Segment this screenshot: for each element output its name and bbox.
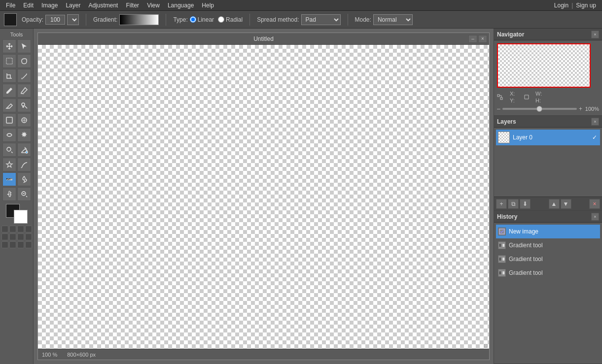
new-layer-button[interactable]: + (496, 199, 507, 209)
brush-preset-2[interactable] (9, 226, 16, 232)
login-link[interactable]: Login (554, 2, 568, 9)
brush-preset-5[interactable] (1, 233, 8, 240)
history-label-3: Gradient tool (509, 269, 543, 276)
menu-image[interactable]: Image (37, 1, 62, 10)
brush-preset-11[interactable] (17, 241, 24, 248)
smudge-tool[interactable] (17, 158, 31, 171)
canvas-dimensions: 800×600 px (67, 352, 96, 358)
toolbar-separator-2 (166, 14, 166, 26)
pan-tool[interactable] (2, 187, 16, 201)
menu-help[interactable]: Help (198, 1, 218, 10)
tool-row-10 (2, 172, 31, 186)
rect-select-tool[interactable] (2, 54, 16, 68)
brush-tool[interactable] (17, 84, 31, 98)
zoom2-tool[interactable] (17, 187, 31, 201)
move-tool[interactable] (2, 39, 16, 53)
duplicate-layer-button[interactable]: ⧉ (508, 199, 519, 209)
opacity-group: Opacity: ▾ (22, 14, 79, 25)
type-radio-group: Linear Radial (190, 16, 243, 23)
background-color[interactable] (14, 210, 28, 224)
history-item-1[interactable]: Gradient tool (496, 238, 600, 252)
signup-link[interactable]: Sign up (576, 2, 596, 9)
foreground-color-swatch[interactable] (4, 13, 17, 26)
layer-item-0[interactable]: Layer 0 ✓ (496, 130, 600, 145)
magic-wand-tool[interactable] (17, 128, 31, 142)
shape-tool[interactable] (2, 113, 16, 127)
pencil-tool[interactable] (2, 84, 16, 98)
svg-point-5 (7, 147, 11, 151)
nav-zoom-minus-icon[interactable]: – (497, 105, 500, 112)
history-item-2[interactable]: Gradient tool (496, 252, 600, 266)
auth-divider: | (571, 2, 573, 9)
type-radial-label[interactable]: Radial (218, 16, 243, 23)
move-layer-down-button[interactable]: ▼ (561, 199, 571, 209)
mode-select[interactable]: Normal Multiply Screen (373, 14, 413, 25)
shape2-tool[interactable] (17, 113, 31, 127)
brush-preset-8[interactable] (25, 233, 32, 240)
lasso-tool[interactable] (17, 54, 31, 68)
type-radial-radio[interactable] (218, 16, 224, 23)
type-label: Type: (173, 16, 187, 23)
eraser-tool[interactable] (2, 99, 16, 112)
clone-stamp-tool[interactable] (17, 99, 31, 112)
navigator-title: Navigator (497, 31, 524, 38)
type-linear-label[interactable]: Linear (190, 16, 214, 23)
zoom-tool[interactable] (2, 143, 16, 157)
layers-panel: Layers × Layer 0 ✓ + ⧉ ⬇ ▲ ▼ × (494, 116, 602, 211)
navigator-wh-icon (524, 94, 530, 100)
eyedropper-tool[interactable] (17, 69, 31, 83)
menu-edit[interactable]: Edit (19, 1, 37, 10)
type-radial-text: Radial (226, 16, 243, 23)
canvas-resize-handle[interactable]: ⊡ (482, 342, 489, 349)
canvas-content[interactable]: ⊡ (38, 45, 489, 349)
nav-wh-box: W: H: (535, 91, 542, 103)
canvas-minimize-button[interactable]: – (468, 35, 477, 43)
crop-tool[interactable] (2, 69, 16, 83)
warp-tool[interactable] (2, 128, 16, 142)
gradient-preview[interactable] (119, 14, 159, 25)
canvas-window-buttons: – × (468, 35, 487, 43)
brush-preset-4[interactable] (25, 226, 32, 232)
brush-preset-6[interactable] (9, 233, 16, 240)
delete-layer-button[interactable]: × (589, 199, 600, 209)
history-label-2: Gradient tool (509, 256, 543, 263)
gradient-tool[interactable] (2, 172, 16, 186)
history-item-0[interactable]: New image (496, 225, 600, 238)
svg-rect-12 (499, 244, 504, 247)
brush-preset-3[interactable] (17, 226, 24, 232)
canvas-close-button[interactable]: × (478, 35, 487, 43)
heal-tool[interactable] (2, 158, 16, 171)
brush-preset-10[interactable] (9, 241, 16, 248)
type-linear-radio[interactable] (190, 16, 196, 23)
tool-row-6 (2, 113, 31, 127)
move-layer-up-button[interactable]: ▲ (549, 199, 560, 209)
history-close-button[interactable]: × (591, 213, 599, 221)
nav-zoom-slider[interactable] (502, 108, 577, 110)
menu-layer[interactable]: Layer (62, 1, 84, 10)
brush-preset-7[interactable] (17, 233, 24, 240)
brush-preset-12[interactable] (25, 241, 32, 248)
menu-filter[interactable]: Filter (122, 1, 143, 10)
brush-preset-1[interactable] (1, 226, 8, 232)
layers-close-button[interactable]: × (591, 118, 599, 126)
burn-tool[interactable] (17, 172, 31, 186)
opacity-input[interactable] (45, 15, 65, 25)
nav-zoom-plus-icon[interactable]: + (579, 105, 582, 112)
menu-language[interactable]: Language (164, 1, 198, 10)
select-tool[interactable] (17, 39, 31, 53)
menu-view[interactable]: View (143, 1, 164, 10)
merge-layer-button[interactable]: ⬇ (520, 199, 531, 209)
layer-0-visibility[interactable]: ✓ (591, 134, 598, 141)
menu-adjustment[interactable]: Adjustment (84, 1, 122, 10)
opacity-dropdown[interactable]: ▾ (67, 14, 79, 25)
bucket-tool[interactable] (17, 143, 31, 157)
nav-y-row: Y: (510, 98, 517, 103)
brush-preset-9[interactable] (1, 241, 8, 248)
navigator-close-button[interactable]: × (591, 31, 599, 38)
svg-rect-0 (6, 58, 12, 64)
svg-rect-10 (500, 98, 502, 99)
color-section (6, 204, 28, 224)
menu-file[interactable]: File (2, 1, 19, 10)
spread-select[interactable]: Pad Reflect Repeat (301, 14, 341, 25)
history-item-3[interactable]: Gradient tool (496, 266, 600, 280)
